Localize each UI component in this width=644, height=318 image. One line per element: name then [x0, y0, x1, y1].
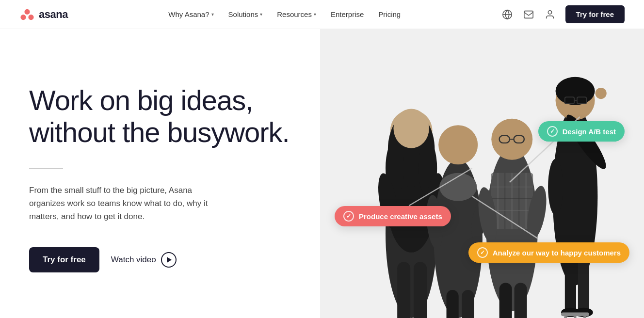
logo[interactable]: asana	[19, 7, 68, 22]
navbar: asana Why Asana? ▾ Solutions ▾ Resources…	[0, 0, 644, 29]
nav-enterprise[interactable]: Enterprise	[331, 10, 364, 18]
check-icon	[343, 211, 354, 222]
svg-rect-47	[515, 283, 527, 318]
svg-rect-46	[499, 283, 512, 318]
nav-right: Try for free	[501, 5, 625, 23]
hero-headline: Work on big ideas, without the busywork.	[29, 84, 291, 149]
svg-point-2	[28, 15, 33, 20]
svg-point-6	[548, 10, 551, 14]
check-icon	[477, 247, 488, 258]
hero-illustration	[322, 47, 613, 318]
nav-try-button[interactable]: Try for free	[565, 5, 625, 23]
svg-rect-63	[561, 312, 589, 316]
badge-design-ab-test: Design A/B test	[538, 121, 625, 142]
cta-group: Try for free Watch video	[29, 247, 291, 272]
watch-video-button[interactable]: Watch video	[111, 252, 177, 268]
hero-subtext: From the small stuff to the big picture,…	[29, 184, 223, 223]
chevron-icon: ▾	[260, 12, 262, 17]
nav-links: Why Asana? ▾ Solutions ▾ Resources ▾ Ent…	[168, 10, 401, 18]
nav-why-asana[interactable]: Why Asana? ▾	[168, 10, 213, 18]
divider	[29, 168, 63, 169]
nav-solutions[interactable]: Solutions ▾	[228, 10, 263, 18]
chevron-icon: ▾	[211, 12, 214, 17]
logo-text: asana	[39, 8, 68, 21]
globe-icon[interactable]	[501, 9, 513, 20]
logo-icon	[19, 7, 35, 22]
svg-rect-5	[524, 11, 532, 18]
right-panel: Design A/B test Produce creative assets …	[320, 29, 644, 318]
chevron-icon: ▾	[314, 12, 316, 17]
svg-point-58	[548, 159, 563, 215]
badge-happy-customers: Analyze our way to happy customers	[468, 242, 629, 263]
svg-rect-59	[565, 257, 576, 313]
user-icon[interactable]	[544, 9, 556, 20]
svg-rect-26	[447, 290, 459, 318]
svg-point-22	[438, 125, 478, 164]
svg-point-14	[393, 109, 429, 148]
play-icon	[161, 252, 177, 268]
svg-point-57	[596, 88, 607, 99]
hero-try-button[interactable]: Try for free	[29, 247, 99, 272]
svg-rect-18	[414, 262, 427, 318]
main-content: Work on big ideas, without the busywork.…	[0, 29, 644, 318]
mail-icon[interactable]	[523, 9, 534, 20]
svg-rect-17	[397, 262, 410, 318]
svg-point-0	[24, 9, 30, 14]
left-panel: Work on big ideas, without the busywork.…	[0, 29, 320, 318]
nav-pricing[interactable]: Pricing	[378, 10, 401, 18]
svg-point-1	[20, 15, 26, 20]
svg-rect-27	[462, 290, 474, 318]
svg-rect-60	[578, 257, 589, 313]
nav-resources[interactable]: Resources ▾	[277, 10, 316, 18]
badge-creative-assets: Produce creative assets	[335, 206, 451, 226]
check-icon	[547, 126, 558, 137]
